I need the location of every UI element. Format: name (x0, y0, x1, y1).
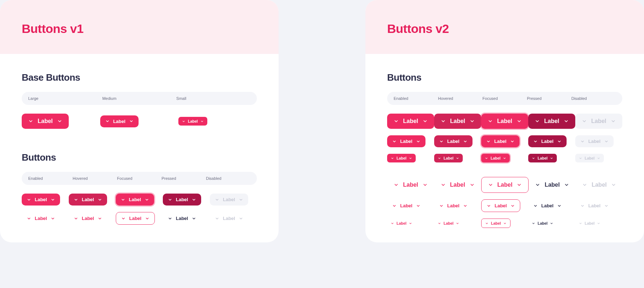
filled-lg-focused[interactable]: Label (481, 114, 528, 129)
text-lg-pressed[interactable]: Label (529, 177, 576, 192)
chevron-down-icon (438, 222, 441, 225)
chevron-down-icon (423, 119, 428, 124)
button-label: Label (497, 182, 513, 188)
filled-sm-focused[interactable]: Label (481, 154, 510, 162)
chevron-down-icon (439, 139, 444, 144)
button-label: Label (538, 156, 547, 160)
col-hovered: Hovered (438, 96, 483, 101)
chevron-down-icon (215, 198, 219, 202)
chevron-down-icon (416, 204, 420, 208)
chevron-down-icon (535, 119, 540, 124)
chevron-down-icon (416, 139, 420, 144)
button-label: Label (223, 197, 235, 202)
chevron-down-icon (580, 139, 585, 144)
chevron-down-icon (215, 216, 219, 221)
panel-title: Buttons v1 (22, 22, 257, 36)
chevron-down-icon (239, 216, 243, 221)
text-button-enabled[interactable]: Label (22, 212, 60, 224)
chevron-down-icon (510, 139, 514, 144)
chevron-down-icon (409, 222, 412, 225)
panel-header: Buttons v2 (365, 0, 644, 54)
text-md-hovered[interactable]: Label (434, 200, 473, 212)
panel-buttons-v1: Buttons v1 Base Buttons Large Medium Sma… (0, 0, 279, 242)
chevron-down-icon (27, 198, 31, 202)
base-button-large[interactable]: Label (22, 114, 69, 129)
panel-header: Buttons v1 (0, 0, 279, 54)
filled-button-enabled[interactable]: Label (22, 194, 60, 206)
panel-title: Buttons v2 (387, 22, 622, 36)
chevron-down-icon (597, 222, 600, 225)
button-label: Label (188, 119, 198, 123)
button-label: Label (82, 197, 94, 202)
chevron-down-icon (441, 119, 446, 124)
filled-lg-pressed[interactable]: Label (528, 114, 575, 129)
text-sm-hovered[interactable]: Label (434, 219, 463, 228)
filled-sm-pressed[interactable]: Label (528, 154, 557, 162)
chevron-down-icon (121, 198, 125, 202)
chevron-down-icon (487, 204, 491, 208)
chevron-down-icon (391, 157, 394, 160)
chevron-down-icon (579, 157, 582, 160)
chevron-down-icon (488, 182, 493, 187)
chevron-down-icon (564, 182, 569, 187)
button-label: Label (444, 156, 453, 160)
button-label: Label (450, 118, 465, 124)
chevron-down-icon (597, 157, 600, 160)
chevron-down-icon (533, 139, 538, 144)
button-label: Label (541, 203, 554, 208)
text-md-pressed[interactable]: Label (528, 200, 567, 212)
filled-lg-hovered[interactable]: Label (434, 114, 481, 129)
button-label: Label (495, 203, 507, 208)
button-label: Label (538, 221, 547, 225)
panel-buttons-v2: Buttons v2 Buttons Enabled Hovered Focus… (365, 0, 644, 242)
filled-md-enabled[interactable]: Label (387, 135, 425, 147)
button-label: Label (35, 197, 47, 202)
text-md-focused[interactable]: Label (481, 199, 520, 212)
text-lg-enabled[interactable]: Label (387, 177, 434, 192)
filled-button-hovered[interactable]: Label (69, 194, 107, 206)
col-focused: Focused (483, 96, 527, 101)
filled-button-pressed[interactable]: Label (163, 194, 201, 206)
base-button-small[interactable]: Label (178, 117, 207, 126)
filled-md-hovered[interactable]: Label (434, 135, 473, 147)
chevron-down-icon (27, 216, 31, 221)
filled-md-focused[interactable]: Label (481, 135, 520, 147)
text-sm-enabled[interactable]: Label (387, 219, 416, 228)
button-label: Label (544, 118, 559, 124)
button-label: Label (223, 216, 235, 221)
button-label: Label (585, 156, 594, 160)
base-button-medium[interactable]: Label (100, 115, 139, 127)
button-label: Label (397, 156, 406, 160)
text-md-enabled[interactable]: Label (387, 200, 425, 212)
chevron-down-icon (510, 204, 515, 208)
filled-sm-enabled[interactable]: Label (387, 154, 416, 162)
chevron-down-icon (394, 182, 399, 187)
button-label: Label (591, 118, 606, 124)
button-label: Label (585, 221, 594, 225)
filled-md-pressed[interactable]: Label (528, 135, 567, 147)
chevron-down-icon (470, 182, 475, 187)
button-label: Label (588, 203, 601, 208)
chevron-down-icon (517, 119, 522, 124)
filled-button-focused[interactable]: Label (116, 194, 154, 206)
chevron-down-icon (532, 157, 535, 160)
text-lg-hovered[interactable]: Label (434, 177, 481, 192)
chevron-down-icon (392, 139, 397, 144)
filled-lg-disabled: Label (575, 114, 622, 129)
text-sm-focused[interactable]: Label (481, 219, 510, 228)
filled-sm-hovered[interactable]: Label (434, 154, 463, 162)
text-button-pressed[interactable]: Label (163, 212, 201, 224)
panel-body: Base Buttons Large Medium Small Label La… (0, 54, 279, 242)
filled-lg-enabled[interactable]: Label (387, 114, 434, 129)
button-label: Label (400, 203, 412, 208)
chevron-down-icon (438, 157, 441, 160)
button-label: Label (129, 197, 141, 202)
chevron-down-icon (503, 222, 507, 225)
text-button-hovered[interactable]: Label (69, 212, 107, 224)
filled-md-disabled: Label (575, 135, 614, 147)
text-sm-pressed[interactable]: Label (528, 219, 557, 228)
chevron-down-icon (579, 222, 582, 225)
chevron-down-icon (129, 119, 134, 123)
text-lg-focused[interactable]: Label (481, 177, 529, 193)
text-button-focused[interactable]: Label (116, 212, 155, 225)
